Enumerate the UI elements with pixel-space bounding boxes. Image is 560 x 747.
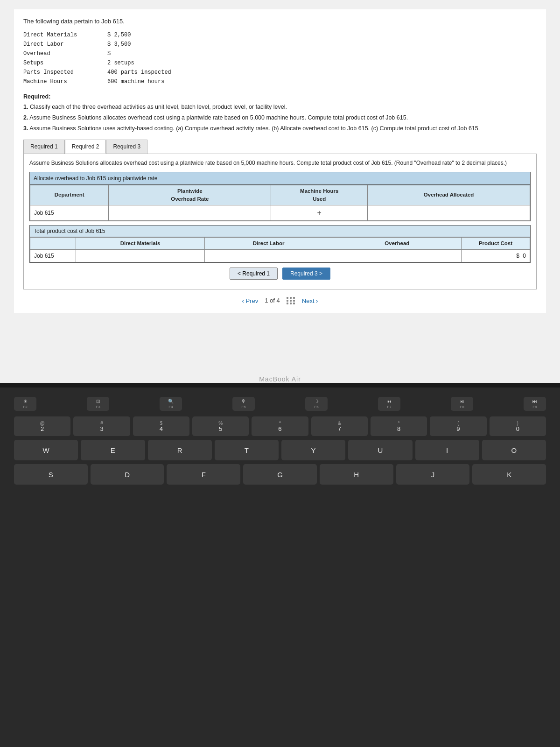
cell-plantwide-rate[interactable] (109, 205, 271, 221)
play-pause-icon: ⏯ (454, 399, 470, 404)
top-char: * (398, 421, 400, 426)
key-t[interactable]: T (215, 440, 279, 460)
fn-label-f5: F5 (241, 405, 245, 409)
product-cost-symbol: $ (516, 253, 519, 259)
cell-machine-hours[interactable]: + (271, 205, 368, 221)
prev-page-button[interactable]: ‹ Prev (242, 297, 259, 304)
key-4[interactable]: $ 4 (133, 416, 189, 436)
col-empty (30, 238, 76, 250)
fn-label-f2: F2 (23, 405, 27, 409)
bottom-char: 0 (516, 426, 519, 432)
key-d[interactable]: D (91, 464, 164, 485)
overhead-cost-input[interactable] (337, 253, 457, 259)
key-u[interactable]: U (348, 440, 412, 460)
key-6[interactable]: ^ 6 (252, 416, 308, 436)
fn-label-f6: F6 (314, 405, 318, 409)
fn-key-f8[interactable]: ⏯ F8 (451, 397, 473, 411)
cell-product-cost: $ 0 (461, 250, 530, 262)
tab-description: Assume Business Solutions allocates over… (29, 159, 531, 167)
key-w[interactable]: W (14, 440, 78, 460)
problem-title: The following data pertain to Job 615. (23, 17, 537, 26)
key-j[interactable]: J (396, 464, 470, 485)
direct-labor-input[interactable] (209, 253, 329, 259)
fn-key-f9[interactable]: ⏭ F9 (524, 397, 546, 411)
tab-required-1[interactable]: Required 1 (23, 140, 65, 154)
key-o[interactable]: O (482, 440, 546, 460)
product-cost-value: 0 (523, 253, 526, 259)
data-row: Direct materials $ 2,500 (23, 31, 537, 39)
cell-overhead-cost[interactable] (333, 250, 461, 262)
allocate-header: Allocate overhead to Job 615 using plant… (30, 172, 530, 185)
plantwide-rate-input[interactable] (112, 210, 267, 216)
key-3[interactable]: # 3 (73, 416, 130, 436)
key-2[interactable]: @ 2 (14, 416, 70, 436)
fn-label-f4: F4 (168, 405, 173, 409)
col-product-cost: Product Cost (461, 238, 530, 250)
bottom-char: 9 (456, 426, 460, 432)
required-item-3: 3. Assume Business Solutions uses activi… (23, 124, 537, 133)
key-7[interactable]: & 7 (311, 416, 368, 436)
data-value: $ (107, 49, 111, 58)
fn-label-f3: F3 (96, 405, 100, 409)
key-e[interactable]: E (81, 440, 145, 460)
key-k[interactable]: K (472, 464, 546, 485)
key-9[interactable]: ( 9 (430, 416, 486, 436)
top-char: % (218, 421, 223, 426)
fn-label-f8: F8 (460, 405, 464, 409)
table-row: Job 615 $ 0 (30, 250, 530, 262)
data-label: Direct labor (23, 40, 98, 49)
data-row: Parts inspected 400 parts inspected (23, 68, 537, 77)
next-page-button[interactable]: Next › (302, 297, 318, 304)
key-5[interactable]: % 5 (192, 416, 249, 436)
macbook-label: MacBook Air (259, 375, 301, 383)
product-cost-table: Direct Materials Direct Labor Overhead P… (30, 237, 530, 262)
col-machine-hours-used: Machine HoursUsed (271, 185, 368, 205)
key-0[interactable]: ) 0 (490, 416, 546, 436)
key-h[interactable]: H (320, 464, 393, 485)
data-row: Direct labor $ 3,500 (23, 40, 537, 49)
required-section: Required: 1. Classify each of the three … (23, 92, 537, 133)
allocate-section: Allocate overhead to Job 615 using plant… (29, 172, 531, 222)
top-char: ( (457, 421, 459, 426)
cell-direct-labor[interactable] (204, 250, 333, 262)
tab-required-2[interactable]: Required 2 (65, 140, 106, 154)
plus-icon: + (317, 207, 322, 218)
col-overhead: Overhead (333, 238, 461, 250)
fn-row: ☀ F2 ⊡ F3 🔍 F4 🎙 F5 ☽ F6 ⏮ F7 ⏯ F8 ⏭ F (14, 397, 546, 411)
werty-row: W E R T Y U I O (14, 440, 546, 460)
fn-key-f5[interactable]: 🎙 F5 (232, 397, 255, 411)
col-overhead-allocated: Overhead Allocated (368, 185, 530, 205)
cell-direct-materials[interactable] (76, 250, 204, 262)
key-y[interactable]: Y (281, 440, 345, 460)
top-char: ^ (279, 421, 281, 426)
data-value: $ 3,500 (107, 40, 131, 49)
data-value: 600 machine hours (107, 78, 164, 86)
prev-required-button[interactable]: < Required 1 (230, 268, 278, 280)
fn-key-f4[interactable]: 🔍 F4 (160, 397, 182, 411)
key-r[interactable]: R (148, 440, 212, 460)
col-department: Department (30, 185, 109, 205)
cell-overhead-allocated[interactable] (368, 205, 530, 221)
next-required-button[interactable]: Required 3 > (282, 268, 330, 280)
key-g[interactable]: G (243, 464, 317, 485)
key-s[interactable]: S (14, 464, 88, 485)
key-f[interactable]: F (167, 464, 240, 485)
fn-key-f3[interactable]: ⊡ F3 (87, 397, 109, 411)
top-char: ) (517, 421, 518, 426)
overhead-allocated-input[interactable] (371, 210, 526, 216)
data-row: Machine hours 600 machine hours (23, 78, 537, 86)
fast-forward-icon: ⏭ (526, 399, 543, 404)
data-label: Setups (23, 59, 98, 67)
cell-department: Job 615 (30, 205, 109, 221)
tab-required-3[interactable]: Required 3 (106, 140, 147, 154)
fn-key-f2[interactable]: ☀ F2 (14, 397, 36, 411)
sdfgh-row: S D F G H J K (14, 464, 546, 485)
key-8[interactable]: * 8 (371, 416, 427, 436)
grid-icon[interactable] (287, 297, 295, 304)
fn-key-f6[interactable]: ☽ F6 (305, 397, 328, 411)
fn-key-f7[interactable]: ⏮ F7 (378, 397, 400, 411)
screen: The following data pertain to Job 615. D… (0, 0, 560, 383)
direct-materials-input[interactable] (80, 253, 200, 259)
key-i[interactable]: I (415, 440, 479, 460)
dnd-icon: ☽ (308, 399, 325, 404)
